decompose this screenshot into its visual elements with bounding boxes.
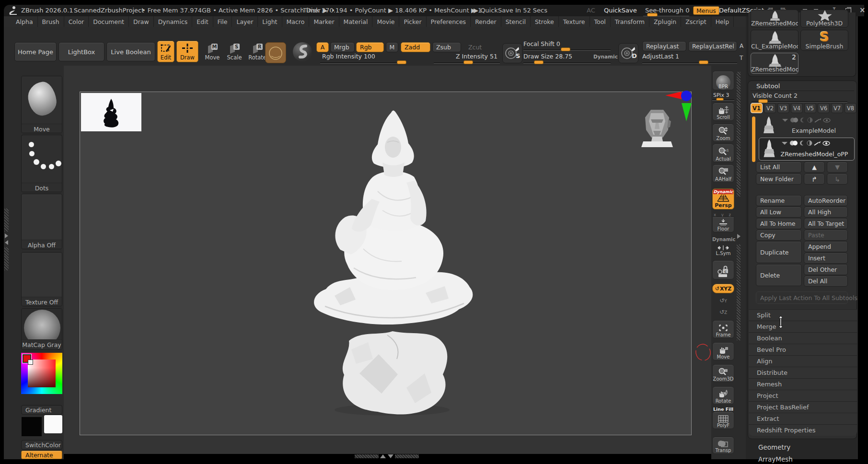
transp-button[interactable]: Transp	[712, 437, 734, 454]
move-to-folder-button[interactable]: ↱	[804, 174, 825, 185]
split-row[interactable]: Split	[749, 309, 857, 321]
menu-tool[interactable]: Tool	[590, 16, 611, 27]
rotate-y-button[interactable]: ↺Y	[712, 297, 734, 304]
menu-stencil[interactable]: Stencil	[501, 16, 531, 27]
rgb-intensity-slider[interactable]: Rgb Intensity 100	[320, 53, 405, 64]
z-intensity-slider[interactable]: Z Intensity 51	[434, 53, 500, 64]
rotate-z-button[interactable]: ↺Z	[712, 309, 734, 315]
bottom-tray-close-icon[interactable]	[388, 454, 393, 458]
rename-button[interactable]: Rename	[756, 195, 802, 206]
all-high-button[interactable]: All High	[804, 207, 848, 218]
insert-button[interactable]: Insert	[804, 253, 848, 264]
right-tray-scrollbar-lower[interactable]	[737, 244, 741, 340]
tool-item-2[interactable]: CL_ExampleMod	[751, 30, 799, 51]
subtool-up-button[interactable]: ▲	[804, 162, 825, 173]
menu-edit[interactable]: Edit	[192, 16, 213, 27]
paste-button[interactable]: Paste	[804, 230, 848, 241]
frame-button[interactable]: Frame	[712, 320, 734, 338]
zsub-toggle[interactable]: Zsub	[432, 42, 461, 52]
tool-item-4[interactable]: 2 ZRemeshedMod	[751, 53, 799, 74]
arraymesh-section-header[interactable]: ArrayMesh	[758, 455, 793, 463]
menu-layer[interactable]: Layer	[232, 16, 258, 27]
gradient-button[interactable]: Gradient	[21, 405, 62, 415]
menu-material[interactable]: Material	[339, 16, 373, 27]
material-preview[interactable]	[293, 42, 312, 61]
menu-file[interactable]: File	[213, 16, 232, 27]
bevel-pro-row[interactable]: Bevel Pro	[749, 344, 857, 355]
lsym-button[interactable]: L.Sym	[712, 243, 734, 257]
menu-zplugin[interactable]: Zplugin	[649, 16, 681, 27]
menu-movie[interactable]: Movie	[372, 16, 399, 27]
menu-zscript[interactable]: Zscript	[681, 16, 711, 27]
menu-alpha[interactable]: Alpha	[12, 16, 38, 27]
del-other-button[interactable]: Del Other	[804, 264, 848, 275]
autoreorder-button[interactable]: AutoReorder	[804, 195, 848, 206]
list-all-button[interactable]: List All	[756, 162, 802, 173]
menu-draw[interactable]: Draw	[129, 16, 154, 27]
menu-transform[interactable]: Transform	[611, 16, 649, 27]
switch-color-button[interactable]: SwitchColor	[21, 440, 62, 450]
vtab-v1[interactable]: V1	[751, 103, 763, 113]
visible-count-slider[interactable]: Visible Count 2	[752, 92, 853, 104]
boolean-row[interactable]: Boolean	[749, 332, 857, 344]
merge-row[interactable]: Merge	[749, 321, 857, 332]
rotate-gizmo-button[interactable]: R Rotate	[247, 42, 267, 62]
rotate-xyz-button[interactable]: ↺XYZ	[712, 284, 734, 293]
floor-button[interactable]: Floor	[712, 217, 734, 232]
right-tray-open-icon[interactable]	[737, 234, 741, 239]
geometry-section-header[interactable]: Geometry	[758, 443, 790, 451]
local-transform-button[interactable]: C	[712, 260, 734, 279]
menu-document[interactable]: Document	[89, 16, 129, 27]
project-basrelief-row[interactable]: Project BasRelief	[749, 401, 857, 413]
menu-color[interactable]: Color	[64, 16, 89, 27]
menu-brush[interactable]: Brush	[38, 16, 64, 27]
del-all-button[interactable]: Del All	[804, 276, 848, 287]
new-folder-button[interactable]: New Folder	[756, 174, 802, 185]
left-tray-close-icon[interactable]	[5, 240, 8, 245]
polyf-button[interactable]: PolyF	[712, 411, 734, 429]
home-page-button[interactable]: Home Page	[14, 42, 57, 61]
menus-button[interactable]: Menus	[693, 6, 719, 15]
apply-last-action-button[interactable]: Apply Last Action To All Subtools	[756, 291, 848, 304]
focal-shift-slider[interactable]: Focal Shift 0	[523, 40, 611, 51]
zoom-button[interactable]: Zoom	[712, 124, 734, 142]
quicksave-button[interactable]: QuickSave	[604, 7, 637, 14]
vtab-v5[interactable]: V5	[804, 103, 816, 113]
scale-gizmo-button[interactable]: S Scale	[225, 42, 243, 62]
statue-model[interactable]	[306, 105, 479, 418]
vtab-v2[interactable]: V2	[764, 103, 776, 113]
canvas-area[interactable]	[64, 66, 711, 454]
redshift-properties-row[interactable]: Redshift Properties	[749, 424, 857, 436]
duplicate-button[interactable]: Duplicate	[756, 241, 802, 263]
all-low-button[interactable]: All Low	[756, 207, 802, 218]
bottom-tray-scrollbar-right[interactable]	[395, 454, 419, 458]
distribute-row[interactable]: Distribute	[749, 367, 857, 378]
brush-selector[interactable]: Move	[21, 76, 62, 133]
color-picker[interactable]	[21, 353, 62, 394]
all-to-target-button[interactable]: All To Target	[804, 218, 848, 229]
spix-slider[interactable]: SPix 3	[712, 92, 734, 101]
move-gizmo-button[interactable]: M Move	[203, 42, 221, 62]
menu-preferences[interactable]: Preferences	[427, 16, 471, 27]
live-boolean-button[interactable]: Live Boolean	[106, 42, 155, 61]
alternate-button[interactable]: Alternate	[21, 451, 62, 459]
extract-row[interactable]: Extract	[749, 413, 857, 424]
vtab-v6[interactable]: V6	[818, 103, 830, 113]
material-selector[interactable]: MatCap Gray	[21, 308, 62, 350]
subtool-item-examplemodel[interactable]: ExampleModel	[759, 116, 855, 137]
move-into-folder-button[interactable]: ↳	[827, 174, 848, 185]
vtab-v3[interactable]: V3	[777, 103, 789, 113]
bottom-tray-scrollbar-left[interactable]	[355, 454, 379, 458]
alpha-selector[interactable]: Alpha Off	[21, 194, 62, 249]
bpr-button[interactable]: BPR	[712, 71, 734, 90]
menu-picker[interactable]: Picker	[399, 16, 426, 27]
aahalf-button[interactable]: AAHalf	[712, 164, 734, 183]
lightbox-button[interactable]: LightBox	[58, 42, 104, 61]
menu-render[interactable]: Render	[471, 16, 501, 27]
delete-button[interactable]: Delete	[756, 264, 802, 286]
zadd-toggle[interactable]: Zadd	[401, 42, 430, 52]
mrgb-toggle[interactable]: Mrgb	[330, 42, 355, 52]
project-row[interactable]: Project	[749, 390, 857, 401]
move-canvas-button[interactable]: Move	[712, 342, 734, 360]
rotate-canvas-button[interactable]: Rotate	[712, 386, 734, 405]
